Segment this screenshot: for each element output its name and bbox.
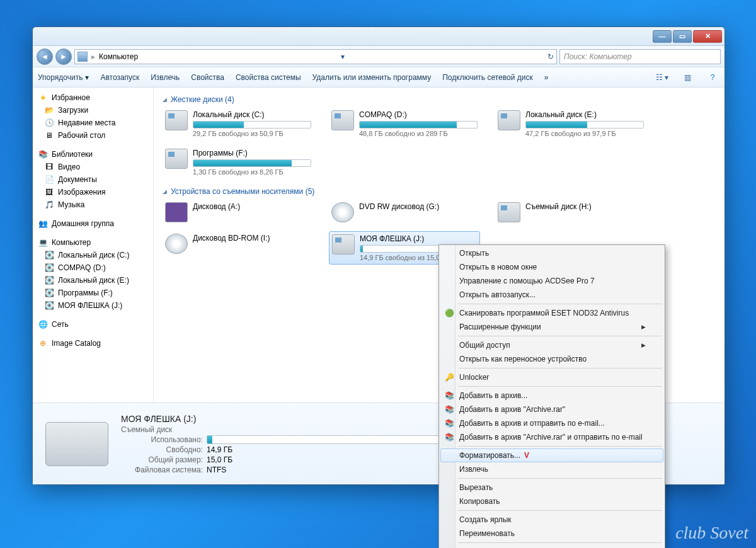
sidebar-item-recent[interactable]: 🕓Недавние места bbox=[33, 117, 153, 129]
drive-large-icon bbox=[45, 422, 108, 466]
drive-item[interactable]: Программы (F:) 1,30 ГБ свободно из 8,26 … bbox=[163, 146, 314, 178]
sidebar-drive-e[interactable]: 💽Локальный диск (E:) bbox=[33, 274, 153, 287]
menu-item[interactable]: Открыть в новом окне bbox=[440, 260, 663, 274]
menu-item[interactable]: Открыть как переносное устройство bbox=[440, 352, 663, 366]
homegroup-icon: 👥 bbox=[38, 219, 48, 229]
menu-item[interactable]: Управление с помощью ACDSee Pro 7 bbox=[440, 274, 663, 288]
drive-item[interactable]: Локальный диск (C:) 29,2 ГБ свободно из … bbox=[163, 108, 314, 140]
menu-item[interactable]: Общий доступ▶ bbox=[440, 338, 663, 352]
menu-item[interactable]: 📚Добавить в архив и отправить по e-mail.… bbox=[440, 416, 663, 430]
search-input[interactable]: Поиск: Компьютер bbox=[559, 49, 721, 64]
help-icon[interactable]: ? bbox=[706, 71, 719, 84]
network-icon: 🌐 bbox=[38, 319, 48, 329]
video-icon: 🎞 bbox=[44, 162, 54, 172]
section-hard-drives[interactable]: ◢Жесткие диски (4) bbox=[163, 95, 716, 104]
sidebar-homegroup[interactable]: 👥Домашняя группа bbox=[33, 217, 153, 230]
eject-button[interactable]: Извлечь bbox=[151, 73, 180, 82]
back-button[interactable]: ◄ bbox=[37, 49, 53, 65]
sidebar-drive-d[interactable]: 💽COMPAQ (D:) bbox=[33, 261, 153, 274]
sidebar-item-music[interactable]: 🎵Музыка bbox=[33, 198, 153, 211]
menu-item[interactable]: Создать ярлык bbox=[440, 513, 663, 527]
drive-item[interactable]: COMPAQ (D:) 48,8 ГБ свободно из 289 ГБ bbox=[329, 108, 480, 140]
minimize-button[interactable]: — bbox=[653, 30, 672, 43]
watermark: club Sovet bbox=[675, 523, 748, 543]
breadcrumb[interactable]: Компьютер bbox=[99, 52, 138, 61]
view-options-icon[interactable]: ☷ ▾ bbox=[655, 71, 669, 84]
map-drive-button[interactable]: Подключить сетевой диск bbox=[442, 73, 532, 82]
music-icon: 🎵 bbox=[44, 200, 54, 210]
picture-icon: 🖼 bbox=[44, 187, 54, 197]
refresh-icon[interactable]: ↻ bbox=[547, 52, 554, 61]
removable-drive-icon bbox=[332, 234, 355, 254]
sidebar-item-documents[interactable]: 📄Документы bbox=[33, 173, 153, 186]
removable-drive-item[interactable]: Дисковод BD-ROM (I:) bbox=[163, 231, 314, 265]
sidebar-item-downloads[interactable]: 📂Загрузки bbox=[33, 104, 153, 117]
navbar: ◄ ► ▸ Компьютер ▾ ↻ Поиск: Компьютер bbox=[33, 46, 724, 67]
hard-drive-icon bbox=[498, 110, 520, 130]
context-menu: ОткрытьОткрыть в новом окнеУправление с … bbox=[438, 244, 665, 548]
dropdown-icon[interactable]: ▾ bbox=[341, 52, 345, 61]
toolbar-overflow[interactable]: » bbox=[544, 73, 549, 82]
catalog-icon: ⊕ bbox=[38, 338, 48, 348]
sidebar-item-video[interactable]: 🎞Видео bbox=[33, 161, 153, 173]
maximize-button[interactable]: ▭ bbox=[673, 30, 692, 43]
sidebar-computer[interactable]: 💻Компьютер bbox=[33, 236, 153, 249]
system-properties-button[interactable]: Свойства системы bbox=[236, 73, 301, 82]
titlebar[interactable]: — ▭ ✕ bbox=[33, 27, 724, 46]
toolbar: Упорядочить ▾ Автозапуск Извлечь Свойств… bbox=[33, 67, 724, 88]
sidebar-favorites[interactable]: ★Избранное bbox=[33, 91, 153, 104]
sidebar-image-catalog[interactable]: ⊕Image Catalog bbox=[33, 337, 153, 350]
uninstall-button[interactable]: Удалить или изменить программу bbox=[312, 73, 432, 82]
removable-drive-item[interactable]: DVD RW дисковод (G:) bbox=[329, 200, 480, 225]
menu-item[interactable]: 🟢Сканировать программой ESET NOD32 Antiv… bbox=[440, 306, 663, 320]
recent-icon: 🕓 bbox=[44, 118, 54, 128]
forward-button[interactable]: ► bbox=[55, 49, 72, 65]
drive-icon: 💽 bbox=[44, 263, 54, 273]
menu-item[interactable]: Открыть автозапуск... bbox=[440, 288, 663, 302]
menu-item[interactable]: Свойства bbox=[440, 545, 663, 548]
library-icon: 📚 bbox=[38, 149, 48, 159]
breadcrumb-sep-icon: ▸ bbox=[91, 52, 95, 61]
drive-item[interactable]: Локальный диск (E:) 47,2 ГБ свободно из … bbox=[495, 108, 646, 140]
close-button[interactable]: ✕ bbox=[693, 30, 722, 43]
menu-item[interactable]: Вырезать bbox=[440, 481, 663, 494]
menu-item[interactable]: Форматировать...V bbox=[440, 448, 663, 462]
address-bar[interactable]: ▸ Компьютер ▾ ↻ bbox=[74, 49, 557, 64]
details-subtitle: Съемный диск bbox=[121, 425, 471, 434]
removable-drive-icon bbox=[498, 202, 520, 222]
sidebar-libraries[interactable]: 📚Библиотеки bbox=[33, 148, 153, 161]
menu-item[interactable]: Извлечь bbox=[440, 462, 663, 476]
sidebar-drive-f[interactable]: 💽Программы (F:) bbox=[33, 287, 153, 299]
sidebar-network[interactable]: 🌐Сеть bbox=[33, 318, 153, 331]
autoplay-button[interactable]: Автозапуск bbox=[100, 73, 139, 82]
collapse-icon: ◢ bbox=[163, 96, 167, 103]
menu-item[interactable]: Переименовать bbox=[440, 527, 663, 540]
sidebar-item-desktop[interactable]: 🖥Рабочий стол bbox=[33, 129, 153, 142]
sidebar-item-pictures[interactable]: 🖼Изображения bbox=[33, 186, 153, 198]
sidebar-drive-c[interactable]: 💽Локальный диск (C:) bbox=[33, 249, 153, 261]
space-bar bbox=[193, 121, 311, 128]
submenu-arrow-icon: ▶ bbox=[641, 324, 646, 330]
menu-item[interactable]: Копировать bbox=[440, 494, 663, 508]
removable-drive-item[interactable]: Дисковод (A:) bbox=[163, 200, 314, 225]
organize-menu[interactable]: Упорядочить ▾ bbox=[38, 73, 89, 82]
removable-drive-icon bbox=[165, 234, 188, 254]
menu-separator bbox=[458, 510, 662, 511]
annotation-mark: V bbox=[524, 451, 529, 460]
menu-item[interactable]: 📚Добавить в архив "Archive.rar" и отправ… bbox=[440, 430, 663, 444]
desktop-icon: 🖥 bbox=[44, 130, 54, 140]
sidebar-drive-j[interactable]: 💽МОЯ ФЛЕШКА (J:) bbox=[33, 299, 153, 312]
removable-drive-item[interactable]: Съемный диск (H:) bbox=[495, 200, 646, 225]
preview-pane-icon[interactable]: ▥ bbox=[680, 71, 694, 84]
menu-item[interactable]: 📚Добавить в архив "Archive.rar" bbox=[440, 402, 663, 416]
properties-button[interactable]: Свойства bbox=[191, 73, 224, 82]
menu-item[interactable]: Открыть bbox=[440, 246, 663, 260]
computer-icon: 💻 bbox=[38, 237, 48, 248]
usage-bar bbox=[207, 435, 471, 444]
menu-item[interactable]: 🔑Unlocker bbox=[440, 370, 663, 384]
menu-item[interactable]: Расширенные функции▶ bbox=[440, 320, 663, 334]
removable-drive-icon bbox=[331, 202, 354, 222]
menu-item[interactable]: 📚Добавить в архив... bbox=[440, 389, 663, 402]
space-bar bbox=[359, 121, 478, 128]
section-removable[interactable]: ◢Устройства со съемными носителями (5) bbox=[163, 187, 716, 196]
